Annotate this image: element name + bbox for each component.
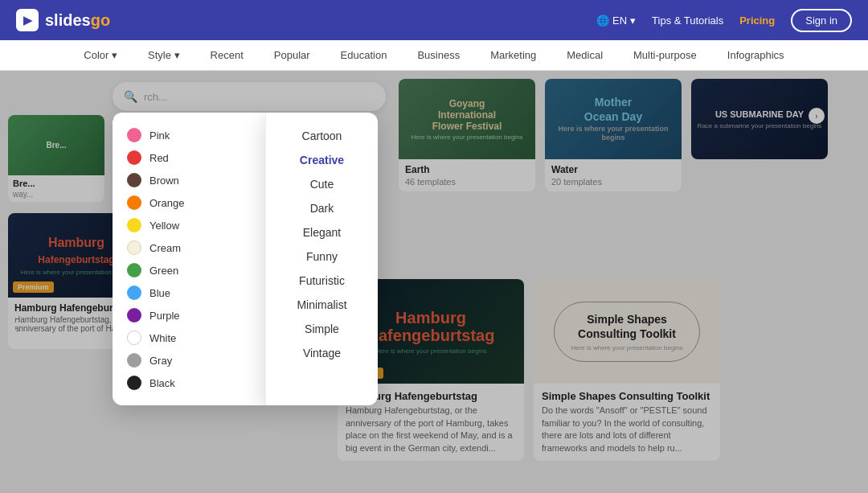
- signin-button[interactable]: Sign in: [791, 9, 852, 32]
- black-label: Black: [149, 377, 175, 389]
- color-pink[interactable]: Pink: [121, 124, 257, 146]
- color-red[interactable]: Red: [121, 146, 257, 169]
- nav-popular[interactable]: Popular: [271, 49, 313, 61]
- logo-icon: ▶: [16, 9, 39, 31]
- style-simple[interactable]: Simple: [274, 317, 370, 341]
- style-cartoon[interactable]: Cartoon: [274, 124, 370, 148]
- purple-label: Purple: [149, 310, 180, 322]
- style-cute[interactable]: Cute: [274, 172, 370, 196]
- nav-recent[interactable]: Recent: [207, 49, 247, 61]
- style-funny[interactable]: Funny: [274, 244, 370, 269]
- style-vintage[interactable]: Vintage: [274, 341, 370, 365]
- nav-business[interactable]: Business: [414, 49, 463, 61]
- blue-dot: [127, 286, 141, 300]
- nav-infographics[interactable]: Infographics: [724, 49, 788, 61]
- color-cream[interactable]: Cream: [121, 236, 257, 259]
- nav-medical[interactable]: Medical: [563, 49, 606, 61]
- cream-dot: [127, 240, 141, 255]
- header-right: 🌐 EN ▾ Tips & Tutorials Pricing Sign in: [596, 9, 852, 32]
- main-content: 🔍 rch... Bre... Bre... way... P Premium: [0, 71, 868, 493]
- gray-dot: [127, 353, 141, 368]
- nav-style[interactable]: Style ▾: [145, 49, 183, 61]
- cream-label: Cream: [149, 242, 181, 254]
- dropdown-container: Pink Red Brown Orange Yellow Cream: [113, 113, 378, 405]
- pink-label: Pink: [149, 129, 170, 142]
- yellow-dot: [127, 218, 141, 232]
- green-dot: [127, 263, 141, 277]
- nav-multipurpose[interactable]: Multi-purpose: [630, 49, 700, 61]
- color-black[interactable]: Black: [121, 372, 257, 394]
- orange-label: Orange: [149, 197, 184, 209]
- nav-education[interactable]: Education: [338, 49, 391, 61]
- style-panel: Cartoon Creative Cute Dark Elegant Funny…: [265, 113, 378, 405]
- green-label: Green: [149, 265, 178, 277]
- purple-dot: [127, 308, 141, 323]
- red-label: Red: [149, 152, 169, 164]
- color-blue[interactable]: Blue: [121, 281, 257, 304]
- nav-color[interactable]: Color ▾: [80, 49, 121, 61]
- tips-link[interactable]: Tips & Tutorials: [652, 14, 723, 27]
- style-dark[interactable]: Dark: [274, 196, 370, 220]
- color-white[interactable]: White: [121, 327, 257, 349]
- color-purple[interactable]: Purple: [121, 304, 257, 327]
- white-dot: [127, 331, 141, 345]
- style-minimalist[interactable]: Minimalist: [274, 293, 370, 317]
- color-orange[interactable]: Orange: [121, 191, 257, 214]
- yellow-label: Yellow: [149, 220, 179, 232]
- orange-dot: [127, 195, 141, 210]
- logo-text: slidesgo: [45, 11, 110, 30]
- red-dot: [127, 150, 141, 165]
- logo[interactable]: ▶ slidesgo: [16, 9, 110, 31]
- color-gray[interactable]: Gray: [121, 349, 257, 372]
- white-label: White: [149, 332, 176, 344]
- color-green[interactable]: Green: [121, 259, 257, 281]
- style-elegant[interactable]: Elegant: [274, 220, 370, 244]
- nav-marketing[interactable]: Marketing: [487, 49, 539, 61]
- brown-dot: [127, 173, 141, 187]
- pricing-link[interactable]: Pricing: [739, 14, 775, 27]
- brown-label: Brown: [149, 175, 179, 187]
- blue-label: Blue: [149, 287, 170, 299]
- nav-bar: Color ▾ Style ▾ Recent Popular Education…: [0, 40, 868, 71]
- color-panel: Pink Red Brown Orange Yellow Cream: [113, 113, 265, 405]
- pink-dot: [127, 128, 141, 142]
- black-dot: [127, 376, 141, 390]
- style-futuristic[interactable]: Futuristic: [274, 269, 370, 293]
- gray-label: Gray: [149, 355, 172, 367]
- header: ▶ slidesgo 🌐 EN ▾ Tips & Tutorials Prici…: [0, 0, 868, 40]
- style-creative[interactable]: Creative: [274, 148, 370, 172]
- color-yellow[interactable]: Yellow: [121, 214, 257, 236]
- color-brown[interactable]: Brown: [121, 169, 257, 191]
- language-selector[interactable]: 🌐 EN ▾: [596, 14, 636, 27]
